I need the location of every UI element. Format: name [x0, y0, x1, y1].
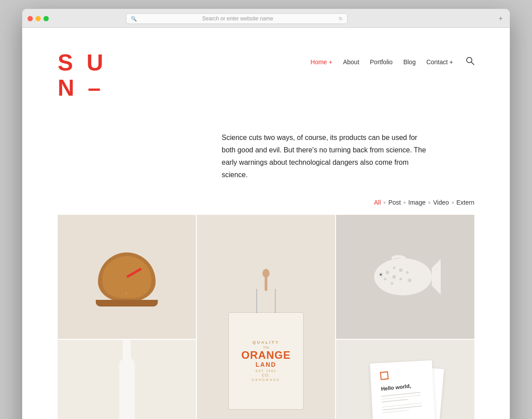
nav-link-portfolio[interactable]: Portfolio: [370, 58, 392, 66]
portfolio-grid: L: [58, 215, 474, 419]
grid-item-clock[interactable]: L: [58, 215, 196, 339]
search-icon[interactable]: [466, 56, 474, 67]
address-bar[interactable]: 🔍 Search or enter website name ↻: [126, 13, 348, 24]
filter-dot-4: [452, 202, 454, 204]
clock-face: L: [102, 256, 151, 298]
svg-point-8: [399, 268, 403, 272]
svg-point-10: [384, 278, 387, 280]
bag-label: Quality The Orange Land EST 1982 CO. Han…: [241, 340, 290, 382]
website-content: S U N – Home + About Portfolio Blog Cont…: [22, 28, 510, 419]
svg-point-7: [393, 267, 395, 269]
site-logo: S U N –: [58, 50, 107, 101]
svg-point-11: [399, 278, 402, 280]
nav-link-about[interactable]: About: [343, 58, 360, 66]
clock-shape: L: [98, 252, 156, 301]
filter-video[interactable]: Video: [433, 199, 449, 206]
doc-papers: Hello world,: [365, 357, 445, 419]
svg-point-12: [406, 271, 409, 274]
filter-dot-2: [403, 202, 406, 204]
svg-line-1: [471, 62, 474, 65]
clock-hand: [126, 268, 142, 278]
doc-paper-front: Hello world,: [370, 361, 436, 419]
fish-svg: [370, 255, 441, 299]
nav-links: Home + About Portfolio Blog Contact +: [310, 50, 474, 67]
svg-point-14: [391, 282, 393, 285]
fish-container: [370, 255, 441, 299]
doc-line-3: [382, 399, 408, 403]
filter-image[interactable]: Image: [408, 199, 426, 206]
svg-point-2: [262, 269, 270, 278]
hero-description: Science cuts two ways, of course, its pr…: [222, 132, 430, 181]
filter-dot-3: [428, 202, 430, 204]
doc-lines: [381, 392, 422, 415]
reload-icon[interactable]: ↻: [339, 16, 343, 22]
hero-section: Science cuts two ways, of course, its pr…: [22, 114, 466, 194]
filter-post[interactable]: Post: [388, 199, 401, 206]
svg-point-9: [392, 275, 396, 279]
traffic-lights: [27, 16, 49, 21]
nav-link-blog[interactable]: Blog: [403, 58, 416, 66]
close-button[interactable]: [27, 16, 33, 21]
doc-line-1: [381, 392, 421, 397]
filter-extern[interactable]: Extern: [457, 199, 474, 206]
doc-line-6: [383, 410, 409, 413]
add-tab-button[interactable]: +: [497, 14, 505, 23]
grid-item-doc[interactable]: Hello world,: [336, 340, 474, 419]
filter-all[interactable]: All: [374, 199, 381, 206]
filter-dot-1: [383, 202, 386, 204]
maximize-button[interactable]: [43, 16, 49, 21]
browser-window: 🔍 Search or enter website name ↻ + S U N…: [22, 9, 510, 419]
grid-item-bottle[interactable]: [58, 340, 196, 419]
minimize-button[interactable]: [35, 16, 41, 21]
filter-bar: All Post Image Video Extern: [22, 194, 510, 215]
browser-chrome: 🔍 Search or enter website name ↻ +: [22, 9, 510, 28]
svg-rect-3: [265, 277, 267, 291]
address-input[interactable]: Search or enter website name: [140, 16, 336, 22]
grid-item-bag[interactable]: Quality The Orange Land EST 1982 CO. Han…: [197, 215, 335, 419]
search-icon: 🔍: [131, 16, 137, 22]
nav-link-contact[interactable]: Contact +: [426, 58, 453, 66]
svg-point-4: [374, 258, 432, 295]
clock-feet: [96, 300, 158, 306]
nav-link-home[interactable]: Home +: [310, 58, 332, 66]
bottle-neck: [123, 340, 131, 360]
doc-logo-mark: [380, 372, 389, 380]
svg-point-16: [380, 274, 382, 275]
grid-item-fish[interactable]: [336, 215, 474, 339]
svg-point-6: [386, 271, 389, 274]
bag-body: Quality The Orange Land EST 1982 CO. Han…: [228, 312, 304, 410]
bottle-body: [119, 357, 135, 419]
doc-line-4: [382, 403, 422, 407]
doc-hello-text: Hello world,: [381, 383, 411, 392]
site-navigation: S U N – Home + About Portfolio Blog Cont…: [22, 28, 510, 114]
hand-icon: [260, 269, 272, 291]
svg-marker-5: [432, 259, 441, 295]
svg-point-13: [408, 279, 411, 282]
